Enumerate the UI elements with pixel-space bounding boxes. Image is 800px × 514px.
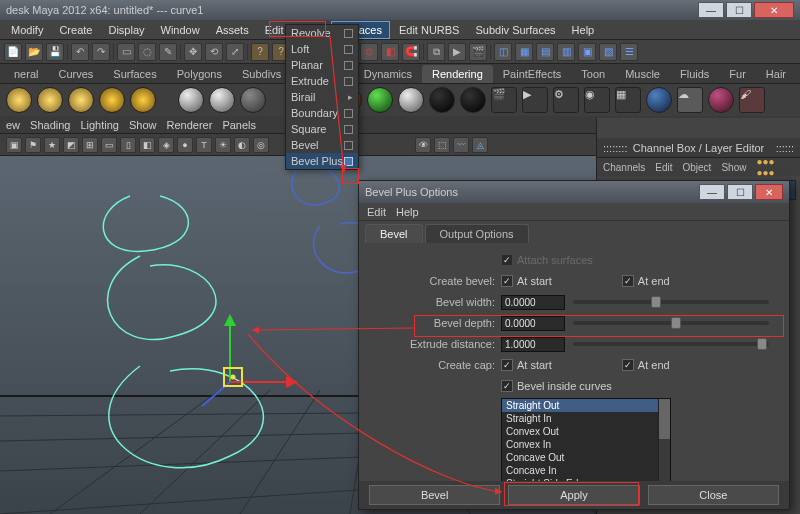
close-button[interactable]: ✕: [754, 2, 794, 18]
paint-icon[interactable]: 🖌: [739, 87, 765, 113]
new-icon[interactable]: 📄: [4, 43, 22, 61]
render-icon[interactable]: 🎬: [469, 43, 487, 61]
dialog-maximize-button[interactable]: ☐: [727, 184, 753, 200]
lasso-icon[interactable]: ◌: [138, 43, 156, 61]
shader-ball-icon[interactable]: [178, 87, 204, 113]
open-icon[interactable]: 📂: [25, 43, 43, 61]
history-icon[interactable]: ⧉: [427, 43, 445, 61]
wireframe-icon[interactable]: ◈: [158, 137, 174, 153]
tool-icon[interactable]: ?: [251, 43, 269, 61]
channels-menu[interactable]: Channels: [603, 162, 645, 173]
shelf-tab[interactable]: Curves: [48, 65, 103, 83]
menu-planar[interactable]: Planar: [286, 57, 358, 73]
shelf-tab[interactable]: Hair: [756, 65, 796, 83]
list-item[interactable]: Convex Out: [502, 425, 670, 438]
layout-icon[interactable]: ▥: [557, 43, 575, 61]
menu-bevel[interactable]: Bevel: [286, 137, 358, 153]
menu-display[interactable]: Display: [101, 22, 151, 38]
shader-ball-icon[interactable]: [209, 87, 235, 113]
panel-menu-lighting[interactable]: Lighting: [80, 119, 119, 131]
menu-bevel-plus[interactable]: Bevel Plus: [286, 153, 358, 169]
scale-icon[interactable]: ⤢: [226, 43, 244, 61]
render-icon[interactable]: 🎬: [491, 87, 517, 113]
select-icon[interactable]: ▭: [117, 43, 135, 61]
bevel-depth-input[interactable]: 0.0000: [501, 316, 565, 331]
ipr-icon[interactable]: ▶: [522, 87, 548, 113]
shader-ball-icon[interactable]: [460, 87, 486, 113]
menu-create[interactable]: Create: [52, 22, 99, 38]
grid-icon[interactable]: ⊞: [82, 137, 98, 153]
light-icon[interactable]: [130, 87, 156, 113]
rotate-icon[interactable]: ⟲: [205, 43, 223, 61]
panel-menu-panels[interactable]: Panels: [222, 119, 256, 131]
gate-mask-icon[interactable]: ◧: [139, 137, 155, 153]
snap-plane-icon[interactable]: ◧: [381, 43, 399, 61]
apply-button[interactable]: Apply: [508, 485, 639, 505]
create-cap-end-checkbox[interactable]: ✓: [622, 359, 634, 371]
menu-assets[interactable]: Assets: [209, 22, 256, 38]
tab-bevel[interactable]: Bevel: [365, 224, 423, 243]
menu-boundary[interactable]: Boundary: [286, 105, 358, 121]
shelf-tab[interactable]: Polygons: [167, 65, 232, 83]
render-settings-icon[interactable]: ⚙: [553, 87, 579, 113]
curve-icon[interactable]: 〰: [453, 137, 469, 153]
res-gate-icon[interactable]: ▯: [120, 137, 136, 153]
camera-attr-icon[interactable]: ⚑: [25, 137, 41, 153]
menu-window[interactable]: Window: [154, 22, 207, 38]
surface-icon[interactable]: ◬: [472, 137, 488, 153]
list-item[interactable]: Concave In: [502, 464, 670, 477]
create-bevel-start-checkbox[interactable]: ✓: [501, 275, 513, 287]
shelf-tab[interactable]: Toon: [571, 65, 615, 83]
paint-select-icon[interactable]: ✎: [159, 43, 177, 61]
hypershade-icon[interactable]: ◉: [584, 87, 610, 113]
dialog-titlebar[interactable]: Bevel Plus Options — ☐ ✕: [359, 181, 789, 203]
shader-ball-icon[interactable]: [367, 87, 393, 113]
camera-select-icon[interactable]: ▣: [6, 137, 22, 153]
tab-output-options[interactable]: Output Options: [425, 224, 529, 243]
menu-revolve[interactable]: Revolve: [286, 25, 358, 41]
shader-ball-icon[interactable]: [398, 87, 424, 113]
light-icon[interactable]: [99, 87, 125, 113]
shelf-tab[interactable]: Subdivs: [232, 65, 291, 83]
list-item[interactable]: Straight In: [502, 412, 670, 425]
close-button[interactable]: Close: [648, 485, 779, 505]
bevel-depth-slider[interactable]: [573, 321, 769, 325]
dialog-edit-menu[interactable]: Edit: [367, 206, 386, 218]
texture-icon[interactable]: ☁: [677, 87, 703, 113]
outliner-icon[interactable]: ☰: [620, 43, 638, 61]
menu-modify[interactable]: Modify: [4, 22, 50, 38]
edit-menu[interactable]: Edit: [655, 162, 672, 173]
layout-icon[interactable]: ▦: [515, 43, 533, 61]
shaded-icon[interactable]: ●: [177, 137, 193, 153]
minimize-button[interactable]: —: [698, 2, 724, 18]
shelf-tab[interactable]: Surfaces: [103, 65, 166, 83]
menu-subdiv-surfaces[interactable]: Subdiv Surfaces: [468, 22, 562, 38]
xray-icon[interactable]: 👁: [415, 137, 431, 153]
list-item[interactable]: Concave Out: [502, 451, 670, 464]
light-icon[interactable]: [37, 87, 63, 113]
object-menu[interactable]: Object: [683, 162, 712, 173]
shelf-tab[interactable]: PaintEffects: [493, 65, 572, 83]
ipr-icon[interactable]: ▶: [448, 43, 466, 61]
shelf-tab[interactable]: Muscle: [615, 65, 670, 83]
create-cap-start-checkbox[interactable]: ✓: [501, 359, 513, 371]
list-item[interactable]: Convex In: [502, 438, 670, 451]
film-gate-icon[interactable]: ▭: [101, 137, 117, 153]
shadows-icon[interactable]: ◐: [234, 137, 250, 153]
menu-birail[interactable]: Birail▸: [286, 89, 358, 105]
light-icon[interactable]: [6, 87, 32, 113]
lights-icon[interactable]: ☀: [215, 137, 231, 153]
layout-icon[interactable]: ▧: [599, 43, 617, 61]
shelf-tab[interactable]: Fur: [719, 65, 756, 83]
light-icon[interactable]: [68, 87, 94, 113]
mental-ray-icon[interactable]: [646, 87, 672, 113]
grid-icon[interactable]: ●●● ●●●: [756, 156, 794, 178]
bevel-button[interactable]: Bevel: [369, 485, 500, 505]
panel-menu-show[interactable]: Show: [129, 119, 157, 131]
layout-icon[interactable]: ▣: [578, 43, 596, 61]
shelf-tab[interactable]: Fluids: [670, 65, 719, 83]
layout-icon[interactable]: ▤: [536, 43, 554, 61]
magnet-icon[interactable]: 🧲: [402, 43, 420, 61]
bookmark-icon[interactable]: ★: [44, 137, 60, 153]
panel-menu-view[interactable]: ew: [6, 119, 20, 131]
